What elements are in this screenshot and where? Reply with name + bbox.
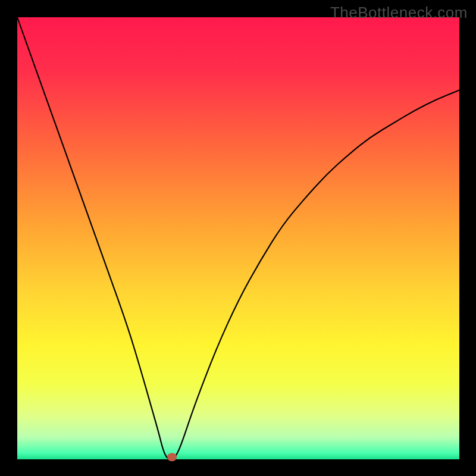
watermark-text: TheBottleneck.com bbox=[330, 4, 468, 22]
bottleneck-chart bbox=[0, 0, 476, 476]
plot-background bbox=[17, 17, 459, 459]
chart-frame: TheBottleneck.com bbox=[0, 0, 476, 476]
optimal-point-marker bbox=[167, 453, 177, 461]
